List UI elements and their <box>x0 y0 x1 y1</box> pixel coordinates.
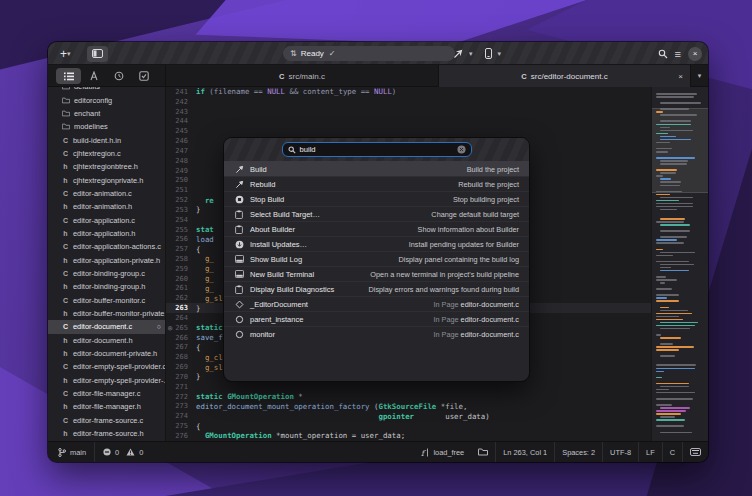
indentation-button[interactable]: Spaces: 2 <box>555 442 602 462</box>
tab-src-main-c[interactable]: C src/main.c <box>166 65 438 87</box>
tree-item-editor-binding-group-c[interactable]: Ceditor-binding-group.c <box>48 267 166 280</box>
command-result-new-build-terminal[interactable]: New Build TerminalOpen a new terminal in… <box>224 266 529 281</box>
tree-item-editor-application-actions-c[interactable]: Ceditor-application-actions.c <box>48 240 166 253</box>
branch-button[interactable]: main <box>56 442 88 462</box>
history-tab[interactable] <box>107 68 132 84</box>
tree-item-label: defaults <box>74 87 100 91</box>
cursor-position-button[interactable]: Ln 263, Col 1 <box>496 442 554 462</box>
project-tree-tab[interactable] <box>56 68 81 84</box>
keyboard-button[interactable] <box>683 442 708 462</box>
code-line-243[interactable]: 243 <box>166 107 708 117</box>
tree-item-cjhtextregionbtree-h[interactable]: hcjhtextregionbtree.h <box>48 160 166 173</box>
tree-item-modelines[interactable]: modelines <box>48 120 166 133</box>
new-tab-button[interactable]: + ▾ <box>55 46 76 62</box>
command-result-select-build-target-[interactable]: Select Build Target…Change default build… <box>224 206 529 221</box>
header-file-icon: h <box>62 283 69 290</box>
tree-item-editor-frame-source-h[interactable]: heditor-frame-source.h <box>48 427 166 440</box>
line-number: 245 <box>166 127 196 135</box>
tree-item-editor-buffer-monitor-c[interactable]: Ceditor-buffer-monitor.c <box>48 294 166 307</box>
panel-icon <box>234 269 244 279</box>
tree-item-editor-file-manager-c[interactable]: Ceditor-file-manager.c <box>48 387 166 400</box>
code-line-274[interactable]: 274 gpointer user_data) <box>166 411 708 421</box>
command-result-rebuild[interactable]: RebuildRebuild the project <box>224 176 529 191</box>
tree-item-editor-application-private-h[interactable]: heditor-application-private.h <box>48 253 166 266</box>
symbol-result--editordocument[interactable]: _EditorDocumentIn Page editor-document.c <box>224 296 529 311</box>
code-line-273[interactable]: 273editor_document_mount_operation_facto… <box>166 402 708 412</box>
palette-search-entry[interactable]: build <box>282 142 472 157</box>
command-result-display-build-diagnostics[interactable]: Display Build DiagnosticsDisplay errors … <box>224 281 529 296</box>
code-line-271[interactable]: 271 <box>166 382 708 392</box>
symbol-result-monitor[interactable]: monitorIn Page editor-document.c <box>224 326 529 341</box>
symbol-result-parent-instance[interactable]: parent_instanceIn Page editor-document.c <box>224 311 529 326</box>
tree-item-editor-animation-c[interactable]: Ceditor-animation.c <box>48 187 166 200</box>
toggle-panel-button[interactable] <box>87 46 108 62</box>
c-file-icon: C <box>279 72 284 81</box>
clipboard-icon <box>234 284 244 294</box>
device-chevron-icon[interactable]: ▾ <box>498 50 502 58</box>
line-ending-button[interactable]: LF <box>639 442 662 462</box>
tree-item-enchant[interactable]: enchant <box>48 107 166 120</box>
tab-src-editor-document-c[interactable]: C src/editor-document.c × <box>438 65 691 87</box>
code-line-272[interactable]: 272static GMountOperation * <box>166 392 708 402</box>
tree-item-editor-document-private-h[interactable]: heditor-document-private.h <box>48 347 166 360</box>
tree-item-editor-frame-source-c[interactable]: Ceditor-frame-source.c <box>48 414 166 427</box>
code-line-245[interactable]: 245 <box>166 126 708 136</box>
result-label: monitor <box>250 330 275 339</box>
tree-item-editor-document-c[interactable]: Ceditor-document.c○ <box>48 320 166 333</box>
code-line-276[interactable]: 276 GMountOperation *mount_operation = u… <box>166 431 708 441</box>
line-ending-label: LF <box>646 448 655 457</box>
builder-window: + ▾ ⇅ Ready ✓ ▾ ▾ <box>48 42 708 462</box>
tab-list-button[interactable]: ▾ <box>691 65 708 87</box>
symbols-tab[interactable] <box>81 68 106 84</box>
minimap[interactable] <box>651 87 708 441</box>
minimap-line <box>660 178 671 180</box>
omnibar-ready-button[interactable]: ⇅ Ready ✓ <box>283 46 455 61</box>
tree-item-cjhtextregionprivate-h[interactable]: hcjhtextregionprivate.h <box>48 173 166 186</box>
code-line-242[interactable]: 242 <box>166 97 708 107</box>
tree-item-editor-empty-spell-provider-[interactable]: heditor-empty-spell-provider-… <box>48 374 166 387</box>
current-function-button[interactable]: f load_free <box>414 442 471 462</box>
command-result-stop-build[interactable]: Stop BuildStop building project <box>224 191 529 206</box>
command-result-about-builder[interactable]: About BuilderShow information about Buil… <box>224 221 529 236</box>
minimap-line <box>656 346 694 348</box>
close-button[interactable]: × <box>688 47 702 61</box>
code-line-244[interactable]: 244 <box>166 116 708 126</box>
build-trowel-icon[interactable] <box>453 49 463 59</box>
code-token: load <box>196 235 214 244</box>
minimap-line <box>660 270 689 272</box>
tree-item-editor-application-c[interactable]: Ceditor-application.c <box>48 213 166 226</box>
code-token <box>196 363 205 372</box>
command-result-install-updates-[interactable]: Install Updates…Install pending updates … <box>224 236 529 251</box>
code-line-275[interactable]: 275{ <box>166 421 708 431</box>
tree-item-editor-empty-spell-provider-c[interactable]: Ceditor-empty-spell-provider.c <box>48 360 166 373</box>
diagnostics-button[interactable]: 0 0 <box>101 442 145 462</box>
encoding-button[interactable]: UTF-8 <box>603 442 638 462</box>
tree-item-editor-file-manager-h[interactable]: heditor-file-manager.h <box>48 400 166 413</box>
tree-item-editor-document-h[interactable]: heditor-document.h <box>48 334 166 347</box>
minimap-line <box>656 404 672 406</box>
tree-item-cjhtextregion-c[interactable]: Ccjhtextregion.c <box>48 147 166 160</box>
tree-item-editor-binding-group-h[interactable]: heditor-binding-group.h <box>48 280 166 293</box>
clear-search-icon[interactable] <box>457 145 466 154</box>
command-result-build[interactable]: BuildBuild the project <box>224 161 529 176</box>
tab-close-icon[interactable]: × <box>678 72 683 81</box>
tree-item-editor-animation-h[interactable]: heditor-animation.h <box>48 200 166 213</box>
tree-item-build-ident-h-in[interactable]: Cbuild-ident.h.in <box>48 133 166 146</box>
language-button[interactable]: C <box>663 442 682 462</box>
tree-item-editor-application-h[interactable]: heditor-application.h <box>48 227 166 240</box>
minimap-line <box>660 120 691 122</box>
indentation-label: Spaces: 2 <box>562 448 595 457</box>
tree-item-editorconfig[interactable]: editorconfig <box>48 93 166 106</box>
menu-icon[interactable]: ≡ <box>675 48 681 60</box>
line-number: 246 <box>166 137 196 145</box>
device-icon[interactable] <box>485 48 492 59</box>
line-number: 254 <box>166 216 196 224</box>
code-line-241[interactable]: 241if (filename == NULL && content_type … <box>166 87 708 97</box>
project-folder-button[interactable] <box>471 442 495 462</box>
tree-item-editor-buffer-monitor-private-h[interactable]: heditor-buffer-monitor-private.h <box>48 307 166 320</box>
minimap-line <box>656 313 692 315</box>
search-icon[interactable] <box>658 49 668 59</box>
todo-tab[interactable] <box>132 68 157 84</box>
run-options-chevron-icon[interactable]: ▾ <box>469 50 473 58</box>
command-result-show-build-log[interactable]: Show Build LogDisplay panel containing t… <box>224 251 529 266</box>
